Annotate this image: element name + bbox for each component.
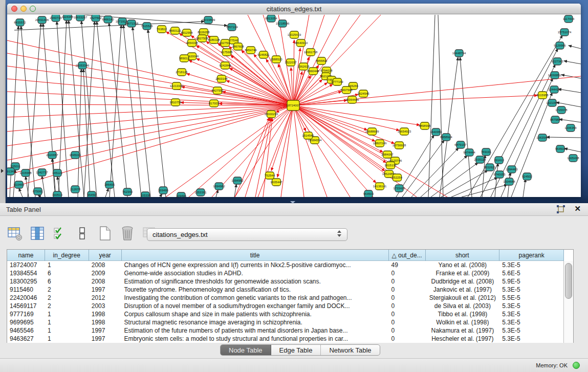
graph-node-label: 109496 <box>176 194 187 197</box>
graph-node-label: 8435572 <box>14 21 26 24</box>
graph-node-label: 14671358 <box>125 22 139 25</box>
column-header-in_degree[interactable]: in_degree <box>45 250 89 261</box>
graph-node-label: 10756928 <box>393 144 406 147</box>
table-cell: Structural magnetic resonance image aver… <box>122 318 389 326</box>
table-row[interactable]: 1830029562008Estimation of significance … <box>7 277 564 286</box>
graph-node-label: 1514545 <box>302 134 314 137</box>
graph-node-label: 190513 <box>52 193 63 196</box>
close-icon[interactable]: ✕ <box>574 204 581 213</box>
graph-edge <box>281 105 293 197</box>
graph-node-label: 1522037 <box>285 61 297 64</box>
graph-node-label: 6466140 <box>102 18 114 21</box>
table-row[interactable]: 1456911722003Disruption of a novel membe… <box>7 302 564 310</box>
table-body: 1872400712008Changes of HCN gene express… <box>7 261 564 343</box>
graph-node-label: 20053346 <box>76 64 90 67</box>
table-cell: 0 <box>389 286 426 294</box>
table-cell: 5.3E-5 <box>499 326 564 335</box>
vertical-scrollbar[interactable] <box>563 261 573 343</box>
table-cell: 18724007 <box>7 261 45 269</box>
graph-edge <box>558 89 581 93</box>
new-document-icon[interactable] <box>97 226 113 241</box>
table-row[interactable]: 1872400712008Changes of HCN gene express… <box>7 261 564 269</box>
column-select-icon[interactable] <box>30 226 45 241</box>
graph-node-label: 12213349 <box>170 84 184 87</box>
graph-node-label: 2718126 <box>176 71 188 74</box>
network-canvas[interactable]: 1872400776382286601238912954822605898275… <box>7 15 581 197</box>
graph-edge <box>293 105 417 197</box>
table-cell: 9699695 <box>7 318 45 326</box>
table-cell: 14569117 <box>7 302 45 310</box>
graph-node-label: 14136141 <box>373 185 387 188</box>
rows-icon[interactable] <box>75 226 90 241</box>
table-cell: 0 <box>389 269 426 277</box>
graph-node-label: 7955812 <box>315 59 328 62</box>
graph-node-label: 6879197 <box>454 143 467 146</box>
memory-status-indicator[interactable] <box>573 362 580 369</box>
table-row[interactable]: 2242004622012Investigating the contribut… <box>7 294 564 302</box>
network-window-title: citations_edges.txt <box>7 5 581 13</box>
graph-node-label: 186495 <box>104 183 115 186</box>
table-row[interactable]: 946362711997Embryonic stem cells: a mode… <box>7 335 564 343</box>
splitter-handle-icon[interactable] <box>290 201 295 204</box>
scrollbar-thumb[interactable] <box>565 263 572 299</box>
table-cell: Nakamura et al. (1997) <box>425 326 499 335</box>
graph-node-label: 105336 <box>140 194 151 197</box>
network-window-titlebar[interactable]: citations_edges.txt <box>7 4 581 14</box>
table-row[interactable]: 1938455462009Genome-wide association stu… <box>7 269 564 277</box>
table-cell: Estimation of the future numbers of pati… <box>122 326 389 335</box>
graph-edge <box>462 185 507 197</box>
node-table: namein_degreeyeartitle△ out_de...shortpa… <box>7 249 574 343</box>
table-source-value: citations_edges.txt <box>153 231 208 238</box>
table-panel-title: Table Panel <box>6 206 41 213</box>
graph-node-label: 887988 <box>550 118 561 121</box>
checklist-icon[interactable] <box>52 226 68 241</box>
table-cell: Yano et al. (2008) <box>425 261 499 269</box>
column-header-title[interactable]: title <box>122 250 389 261</box>
graph-node-label: 1621067 <box>546 101 558 104</box>
graph-edge <box>123 25 141 197</box>
graph-node-label: 18807249 <box>373 142 387 145</box>
table-source-dropdown[interactable]: citations_edges.txt <box>147 228 347 241</box>
column-header-name[interactable]: name <box>7 250 45 261</box>
graph-edge <box>69 20 84 197</box>
graph-edge <box>277 105 293 177</box>
tab-network-table[interactable]: Network Table <box>321 345 379 355</box>
column-header-year[interactable]: year <box>89 250 122 261</box>
graph-node-label: 10653267 <box>74 16 88 19</box>
graph-node-label: 191413 <box>494 159 505 162</box>
graph-node-label: 1053361 <box>194 191 207 194</box>
table-cell: Changes of HCN gene expression and I(f) … <box>122 261 389 269</box>
expand-panel-icon[interactable] <box>1 169 4 173</box>
table-row[interactable]: 977716911998Corpus callosum shape and si… <box>7 310 564 318</box>
column-header-short[interactable]: short <box>426 250 500 261</box>
table-cell: 2 <box>45 302 89 310</box>
graph-node-label: 1063547 <box>536 136 549 139</box>
delete-table-icon[interactable] <box>120 226 135 241</box>
table-cell: 9777169 <box>7 310 45 318</box>
graph-node-label: 8454749 <box>245 49 257 52</box>
graph-edge <box>160 194 162 197</box>
column-header-pagerank[interactable]: pagerank <box>499 250 564 261</box>
table-cell: Hescheler et al. (1997) <box>425 335 499 343</box>
graph-node-label: 8912954 <box>181 31 193 34</box>
table-cell: 1 <box>45 326 89 335</box>
graph-node-label: 169496 <box>158 189 169 192</box>
table-row[interactable]: 969969511998Structural magnetic resonanc… <box>7 318 564 326</box>
table-cell: 5.6E-5 <box>499 269 564 277</box>
float-window-icon[interactable] <box>556 205 565 213</box>
column-header-out_de[interactable]: △ out_de... <box>389 250 426 261</box>
graph-edge <box>438 15 443 197</box>
table-row[interactable]: 946554611997Estimation of the future num… <box>7 326 564 335</box>
graph-node-label: 13325419 <box>288 33 301 36</box>
table-cell: Estimation of significance thresholds fo… <box>122 277 389 286</box>
tab-node-table[interactable]: Node Table <box>221 345 271 355</box>
tab-edge-table[interactable]: Edge Table <box>271 345 321 355</box>
table-cell: 0 <box>389 294 426 302</box>
graph-edge <box>428 15 435 197</box>
table-settings-icon[interactable] <box>7 226 23 241</box>
graph-node-label: 1206354 <box>564 126 577 129</box>
table-cell: 1 <box>45 310 89 318</box>
left-splitter[interactable] <box>0 0 6 203</box>
graph-node-label: 1244415 <box>548 88 560 91</box>
table-row[interactable]: 911546021997Tourette syndrome. Phenomeno… <box>7 286 564 294</box>
